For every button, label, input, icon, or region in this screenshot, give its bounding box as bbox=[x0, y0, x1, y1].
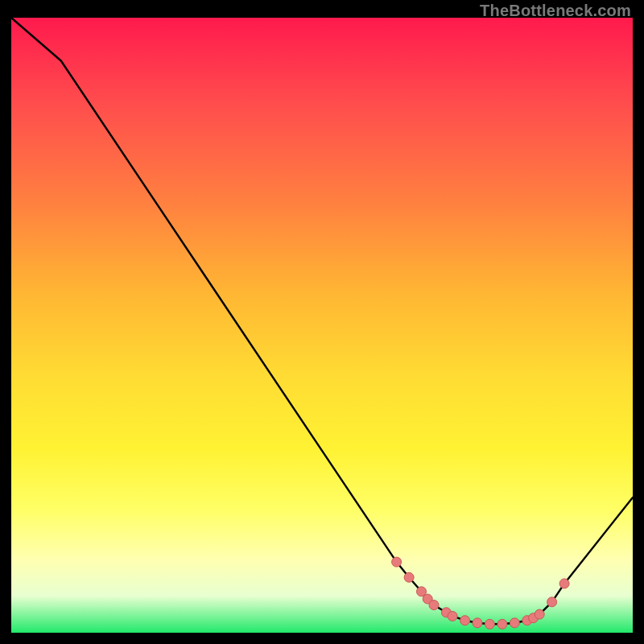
data-marker bbox=[535, 609, 544, 619]
data-marker bbox=[448, 611, 457, 621]
data-marker bbox=[404, 572, 414, 582]
data-marker bbox=[429, 601, 439, 610]
data-marker bbox=[510, 618, 519, 628]
data-marker bbox=[485, 619, 494, 629]
curve-markers bbox=[392, 557, 569, 629]
data-marker bbox=[392, 557, 402, 567]
curve-svg bbox=[11, 18, 633, 633]
data-marker bbox=[547, 597, 557, 607]
curve-line bbox=[11, 18, 633, 624]
chart-stage: TheBottleneck.com bbox=[0, 0, 644, 644]
data-marker bbox=[497, 619, 507, 629]
data-marker bbox=[473, 618, 482, 628]
data-marker bbox=[559, 579, 569, 588]
plot-area bbox=[11, 18, 633, 633]
data-marker bbox=[460, 616, 470, 625]
